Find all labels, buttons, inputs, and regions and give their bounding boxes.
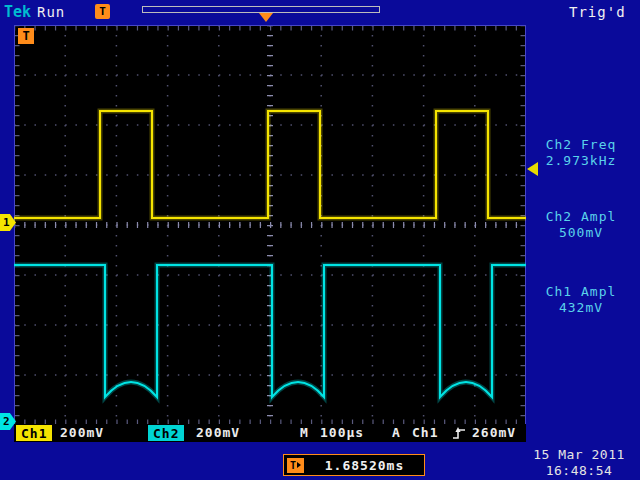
- date-label: 15 Mar 2011: [520, 447, 638, 463]
- ch1-volts-per-div: 200mV: [60, 425, 104, 441]
- trigger-t-icon: T: [95, 4, 110, 19]
- acquisition-status: Run: [37, 4, 65, 20]
- trigger-corner-marker: T: [18, 28, 34, 44]
- trigger-delay-marker: T: [287, 458, 304, 473]
- channel-status-bar: Ch1 200mV Ch2 200mV M 100µs A Ch1 260mV: [14, 424, 526, 442]
- waveform-plot: [14, 25, 526, 425]
- ch1-trace-glow: [14, 111, 526, 218]
- measurement-ch2-ampl: Ch2 Ampl 500mV: [524, 209, 638, 241]
- measurement-value: 500mV: [524, 225, 638, 241]
- graticule: T: [14, 25, 526, 425]
- trigger-delay-marker-label: T: [290, 460, 296, 471]
- trigger-delay-readout: T 1.68520ms: [283, 454, 425, 476]
- ch2-volts-per-div: 200mV: [196, 425, 240, 441]
- measurement-label: Ch2 Freq: [524, 137, 638, 153]
- ch1-scale-badge: Ch1: [16, 425, 52, 441]
- right-arrow-icon: [297, 462, 301, 468]
- tek-logo: Tek: [4, 3, 31, 21]
- measurement-label: Ch1 Ampl: [524, 284, 638, 300]
- trigger-source: Ch1: [412, 425, 438, 441]
- measurement-value: 2.973kHz: [524, 153, 638, 169]
- measurement-label: Ch2 Ampl: [524, 209, 638, 225]
- trigger-status: Trig'd: [569, 4, 626, 20]
- ch2-scale-badge: Ch2: [148, 425, 184, 441]
- ch2-trace-glow: [14, 265, 526, 397]
- measurement-ch1-ampl: Ch1 Ampl 432mV: [524, 284, 638, 316]
- oscilloscope-display: Tek Run T Trig'd T 1 2 Ch2 Freq 2.9: [0, 0, 640, 480]
- trigger-position-arrow-icon: [259, 13, 273, 22]
- trigger-delay-value: 1.68520ms: [308, 458, 421, 473]
- rising-edge-icon: [452, 426, 466, 440]
- measurement-value: 432mV: [524, 300, 638, 316]
- measurement-ch2-freq: Ch2 Freq 2.973kHz: [524, 137, 638, 169]
- timebase-label: M: [300, 425, 309, 441]
- trigger-level-value: 260mV: [472, 425, 516, 441]
- timebase-value: 100µs: [320, 425, 364, 441]
- record-view-bar: [142, 6, 380, 13]
- datetime: 15 Mar 2011 16:48:54: [520, 447, 638, 479]
- time-label: 16:48:54: [520, 463, 638, 479]
- trigger-mode-label: A: [392, 425, 401, 441]
